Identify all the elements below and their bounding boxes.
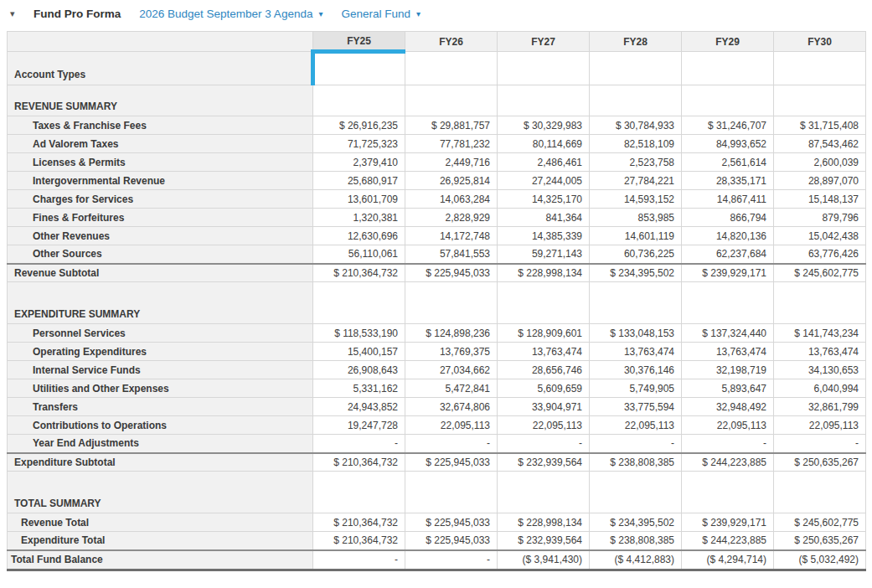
cell-fy27[interactable]: 5,609,659: [498, 379, 590, 398]
cell-fy25[interactable]: 1,320,381: [313, 209, 405, 227]
collapse-caret-icon[interactable]: ▾: [10, 8, 22, 19]
cell-fy26[interactable]: 2,828,929: [405, 209, 498, 227]
cell-fy25[interactable]: 24,943,852: [313, 398, 405, 416]
cell-fy27[interactable]: ($ 3,941,430): [498, 550, 590, 570]
cell-fy27[interactable]: 28,656,746: [498, 361, 590, 379]
cell-fy29[interactable]: [682, 472, 774, 513]
cell-fy25[interactable]: 15,400,157: [313, 343, 405, 361]
cell-fy27[interactable]: $ 30,329,983: [498, 116, 590, 135]
cell-fy30[interactable]: 63,776,426: [774, 245, 866, 264]
cell-fy29[interactable]: 13,763,474: [682, 343, 774, 361]
cell-fy30[interactable]: -: [774, 435, 866, 453]
cell-fy26[interactable]: $ 124,898,236: [405, 324, 498, 343]
cell-fy30[interactable]: 32,861,799: [774, 398, 866, 416]
cell-fy29[interactable]: 62,237,684: [682, 245, 774, 264]
cell-fy28[interactable]: 27,784,221: [590, 172, 682, 190]
cell-fy26[interactable]: $ 225,945,033: [405, 532, 498, 550]
cell-fy25[interactable]: 19,247,728: [313, 416, 405, 435]
cell-fy25[interactable]: $ 210,364,732: [313, 532, 405, 550]
cell-fy30[interactable]: 13,763,474: [774, 343, 866, 361]
cell-fy29[interactable]: [682, 85, 774, 116]
cell-fy30[interactable]: 87,543,462: [774, 135, 866, 153]
cell-fy26[interactable]: -: [405, 550, 498, 570]
cell-fy26[interactable]: 77,781,232: [405, 135, 498, 153]
cell-fy26[interactable]: 5,472,841: [405, 379, 498, 398]
cell-fy28[interactable]: 14,593,152: [590, 190, 682, 209]
cell-fy26[interactable]: $ 225,945,033: [405, 453, 498, 472]
cell-fy28[interactable]: ($ 4,412,883): [590, 550, 682, 570]
cell-fy30[interactable]: $ 245,602,775: [774, 513, 866, 532]
cell-fy29[interactable]: ($ 4,294,714): [682, 550, 774, 570]
budget-dropdown[interactable]: 2026 Budget September 3 Agenda ▾: [139, 8, 322, 20]
cell-fy25[interactable]: $ 210,364,732: [313, 513, 405, 532]
cell-fy28[interactable]: 2,523,758: [590, 153, 682, 172]
cell-fy28[interactable]: $ 238,808,385: [590, 532, 682, 550]
cell-fy30[interactable]: $ 250,635,267: [774, 532, 866, 550]
cell-fy26[interactable]: 26,925,814: [405, 172, 498, 190]
cell-fy28[interactable]: 60,736,225: [590, 245, 682, 264]
cell-fy28[interactable]: [590, 85, 682, 116]
cell-fy26[interactable]: 2,449,716: [405, 153, 498, 172]
cell-fy28[interactable]: $ 30,784,933: [590, 116, 682, 135]
cell-fy25[interactable]: 12,630,696: [313, 227, 405, 245]
cell-fy30[interactable]: $ 250,635,267: [774, 453, 866, 472]
cell-fy25[interactable]: -: [313, 435, 405, 453]
column-header-fy26[interactable]: FY26: [405, 32, 498, 52]
cell-fy26[interactable]: $ 225,945,033: [405, 513, 498, 532]
cell-fy27[interactable]: [498, 282, 590, 324]
cell-fy29[interactable]: $ 137,324,440: [682, 324, 774, 343]
cell-fy25[interactable]: 26,908,643: [313, 361, 405, 379]
cell-fy29[interactable]: $ 31,246,707: [682, 116, 774, 135]
cell-fy25[interactable]: $ 26,916,235: [313, 116, 405, 135]
cell-fy25[interactable]: [313, 282, 405, 324]
selected-cell[interactable]: [313, 52, 405, 85]
cell-fy28[interactable]: [590, 472, 682, 513]
cell-fy27[interactable]: $ 128,909,601: [498, 324, 590, 343]
cell-fy25[interactable]: $ 210,364,732: [313, 453, 405, 472]
cell-fy29[interactable]: 32,948,492: [682, 398, 774, 416]
cell-fy27[interactable]: 14,385,339: [498, 227, 590, 245]
fund-dropdown[interactable]: General Fund ▾: [341, 8, 421, 20]
cell-fy25[interactable]: [313, 472, 405, 513]
cell-fy27[interactable]: $ 232,939,564: [498, 453, 590, 472]
cell-fy30[interactable]: 6,040,994: [774, 379, 866, 398]
cell-fy27[interactable]: 13,763,474: [498, 343, 590, 361]
cell-fy28[interactable]: 14,601,119: [590, 227, 682, 245]
cell-fy26[interactable]: [405, 85, 498, 116]
cell-fy28[interactable]: 853,985: [590, 209, 682, 227]
cell-fy27[interactable]: 22,095,113: [498, 416, 590, 435]
cell-fy30[interactable]: 2,600,039: [774, 153, 866, 172]
cell-fy27[interactable]: 59,271,143: [498, 245, 590, 264]
cell-fy29[interactable]: 28,335,171: [682, 172, 774, 190]
cell-fy26[interactable]: 14,172,748: [405, 227, 498, 245]
cell-fy25[interactable]: 13,601,709: [313, 190, 405, 209]
cell-fy29[interactable]: $ 244,223,885: [682, 453, 774, 472]
cell-fy25[interactable]: [313, 85, 405, 116]
cell-fy26[interactable]: [405, 472, 498, 513]
cell-fy29[interactable]: -: [682, 435, 774, 453]
cell-fy26[interactable]: [405, 52, 498, 85]
column-header-fy30[interactable]: FY30: [774, 32, 866, 52]
cell-fy28[interactable]: 33,775,594: [590, 398, 682, 416]
column-header-fy29[interactable]: FY29: [682, 32, 774, 52]
cell-fy30[interactable]: 22,095,113: [774, 416, 866, 435]
column-header-fy28[interactable]: FY28: [590, 32, 682, 52]
cell-fy27[interactable]: 33,904,971: [498, 398, 590, 416]
cell-fy25[interactable]: 25,680,917: [313, 172, 405, 190]
cell-fy29[interactable]: 866,794: [682, 209, 774, 227]
cell-fy28[interactable]: [590, 52, 682, 85]
cell-fy28[interactable]: -: [590, 435, 682, 453]
cell-fy26[interactable]: $ 29,881,757: [405, 116, 498, 135]
cell-fy26[interactable]: 14,063,284: [405, 190, 498, 209]
cell-fy27[interactable]: [498, 472, 590, 513]
cell-fy30[interactable]: $ 31,715,408: [774, 116, 866, 135]
cell-fy28[interactable]: $ 234,395,502: [590, 264, 682, 282]
cell-fy30[interactable]: [774, 85, 866, 116]
cell-fy27[interactable]: 2,486,461: [498, 153, 590, 172]
cell-fy30[interactable]: [774, 282, 866, 324]
cell-fy30[interactable]: 15,148,137: [774, 190, 866, 209]
cell-fy25[interactable]: 5,331,162: [313, 379, 405, 398]
cell-fy25[interactable]: 71,725,323: [313, 135, 405, 153]
cell-fy29[interactable]: 22,095,113: [682, 416, 774, 435]
cell-fy30[interactable]: $ 245,602,775: [774, 264, 866, 282]
